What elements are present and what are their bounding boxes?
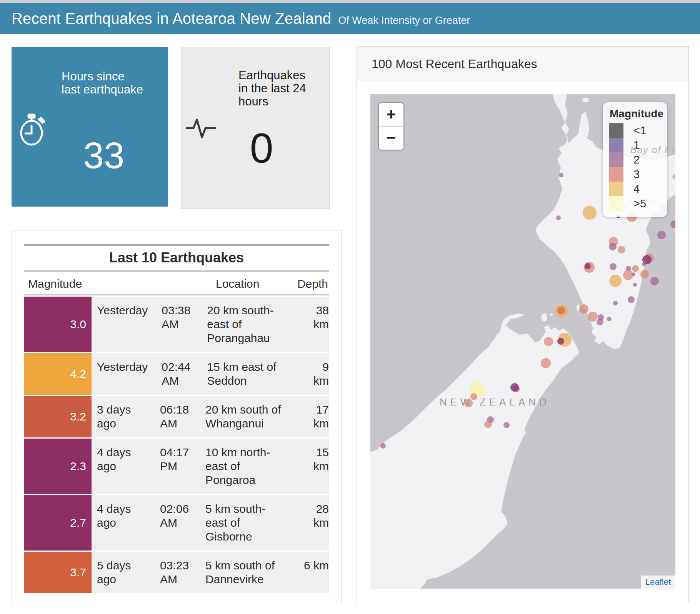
depth-cell: 17 km — [287, 396, 329, 437]
location-cell: 5 km south of Dannevirke — [201, 552, 287, 593]
map-title: 100 Most Recent Earthquakes — [372, 47, 537, 81]
earthquake-marker[interactable] — [559, 173, 563, 177]
earthquake-marker[interactable] — [632, 272, 635, 276]
legend-swatch — [609, 196, 623, 211]
earthquake-marker[interactable] — [618, 246, 625, 254]
time-ago-cell: 4 days ago — [92, 439, 157, 494]
earthquake-marker[interactable] — [557, 307, 565, 314]
earthquake-marker[interactable] — [623, 270, 633, 280]
magnitude-legend: Magnitude <11234>5 — [603, 102, 667, 217]
legend-label: >5 — [623, 197, 646, 210]
zoom-out-button[interactable]: − — [379, 126, 403, 150]
earthquake-marker[interactable] — [597, 319, 603, 325]
legend-title: Magnitude — [610, 108, 662, 120]
earthquake-marker[interactable] — [642, 262, 646, 266]
recent-earthquakes-map-panel: 100 Most Recent Earthquakes — [357, 46, 689, 602]
earthquake-marker[interactable] — [541, 358, 551, 368]
magnitude-cell: 3.7 — [24, 552, 92, 593]
depth-cell: 38 km — [289, 297, 329, 352]
page-subtitle: Of Weak Intensity or Greater — [338, 15, 470, 27]
location-cell: 5 km south-east of Gisborne — [201, 495, 287, 551]
legend-item: <1 — [609, 123, 662, 138]
legend-label: <1 — [623, 124, 646, 137]
divider — [24, 294, 329, 295]
earthquake-table-row: 3.75 days ago03:23 AM5 km south of Danne… — [24, 552, 329, 593]
earthquake-table-row: 3.23 days ago06:18 AM20 km south of Whan… — [24, 396, 329, 437]
legend-swatch — [609, 138, 623, 152]
clock-time-cell: 04:17 PM — [157, 439, 201, 494]
earthquake-marker[interactable] — [380, 443, 386, 449]
time-ago-cell: 4 days ago — [92, 495, 157, 551]
legend-label: 4 — [623, 183, 640, 195]
earthquake-marker[interactable] — [503, 422, 510, 428]
stat-label: Earthquakes in the last 24 hours — [238, 69, 315, 108]
earthquake-marker[interactable] — [544, 337, 553, 346]
leaflet-attribution-link[interactable]: Leaflet — [641, 576, 675, 589]
earthquake-marker[interactable] — [585, 263, 591, 269]
earthquake-marker[interactable] — [588, 312, 598, 322]
earthquake-marker[interactable] — [609, 243, 617, 250]
magnitude-cell: 2.3 — [24, 439, 92, 494]
legend-swatch — [609, 167, 623, 182]
magnitude-cell: 4.2 — [24, 353, 92, 395]
time-ago-cell: Yesterday — [92, 353, 158, 395]
earthquake-marker[interactable] — [583, 206, 597, 220]
earthquake-marker[interactable] — [556, 215, 561, 220]
depth-cell: 28 km — [287, 495, 329, 551]
depth-cell: 6 km — [287, 552, 329, 593]
clock-time-cell: 03:38 AM — [158, 297, 202, 352]
earthquake-marker[interactable] — [579, 304, 588, 314]
column-header-magnitude: Magnitude — [28, 277, 82, 290]
earthquake-table-row: 3.0Yesterday03:38 AM20 km south-east of … — [24, 297, 329, 352]
time-ago-cell: Yesterday — [92, 297, 158, 352]
earthquake-marker[interactable] — [640, 270, 649, 279]
earthquake-marker[interactable] — [484, 420, 492, 428]
earthquake-marker[interactable] — [632, 265, 639, 272]
location-cell: 20 km south of Whanganui — [201, 396, 287, 437]
earthquake-marker[interactable] — [633, 283, 637, 287]
stat-card-hours-since-last-earthquake: Hours since last earthquake 33 — [12, 47, 168, 207]
magnitude-cell: 3.2 — [24, 396, 92, 437]
earthquake-marker[interactable] — [613, 301, 618, 305]
earthquake-table-row: 2.34 days ago04:17 PM10 km north-east of… — [24, 439, 329, 494]
earthquake-marker[interactable] — [628, 296, 635, 303]
stat-card-earthquakes-24h: Earthquakes in the last 24 hours 0 — [181, 47, 330, 209]
column-header-location: Location — [216, 277, 259, 290]
last-earthquakes-panel: Last 10 Earthquakes Magnitude Location D… — [12, 230, 342, 602]
earthquake-marker[interactable] — [510, 383, 519, 392]
magnitude-cell: 2.7 — [24, 495, 92, 551]
app-header: Recent Earthquakes in Aotearoa New Zeala… — [0, 3, 700, 34]
location-cell: 10 km north-east of Pongaroa — [201, 439, 287, 494]
location-cell: 20 km south-east of Porangahau — [202, 297, 289, 352]
leaflet-map[interactable]: + − Magnitude <11234>5 Bay of Ple NEW ZE… — [370, 94, 675, 589]
earthquake-table-body: 3.0Yesterday03:38 AM20 km south-east of … — [24, 297, 329, 594]
map-zoom-control: + − — [378, 102, 404, 150]
magnitude-cell: 3.0 — [24, 297, 92, 352]
earthquake-marker[interactable] — [610, 263, 617, 270]
earthquakes-24h-value: 0 — [238, 127, 285, 170]
page-title: Recent Earthquakes in Aotearoa New Zeala… — [12, 10, 331, 27]
bay-of-plenty-label: Bay of Ple — [630, 145, 675, 155]
earthquake-marker[interactable] — [557, 338, 564, 345]
divider — [24, 244, 329, 246]
stopwatch-icon — [18, 113, 47, 148]
earthquake-marker[interactable] — [650, 277, 659, 285]
table-title: Last 10 Earthquakes — [12, 250, 341, 266]
depth-cell: 9 km — [289, 353, 329, 395]
earthquake-marker[interactable] — [657, 231, 666, 239]
clock-time-cell: 06:18 AM — [157, 396, 201, 437]
hours-since-value: 33 — [62, 136, 146, 175]
earthquake-marker[interactable] — [609, 275, 622, 287]
legend-swatch — [609, 182, 623, 196]
zoom-in-button[interactable]: + — [379, 103, 403, 126]
legend-swatch — [609, 152, 623, 167]
time-ago-cell: 3 days ago — [92, 396, 157, 437]
legend-item: >5 — [609, 196, 662, 211]
earthquake-table-row: 4.2Yesterday02:44 AM15 km east of Seddon… — [24, 353, 329, 395]
earthquake-marker[interactable] — [607, 317, 612, 321]
clock-time-cell: 02:06 AM — [157, 495, 201, 551]
legend-item: 4 — [609, 182, 662, 196]
column-header-depth: Depth — [297, 277, 328, 290]
stat-label: Hours since last earthquake — [62, 70, 146, 96]
new-zealand-label: NEW ZEALAND — [440, 396, 550, 408]
